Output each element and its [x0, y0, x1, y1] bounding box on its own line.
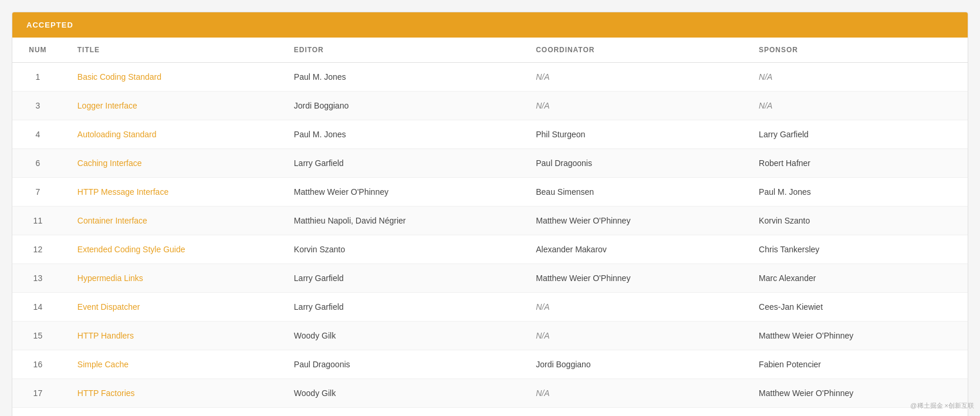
cell-editor: Larry Garfield [280, 293, 522, 322]
table-row: 13Hypermedia LinksLarry GarfieldMatthew … [12, 264, 968, 293]
cell-sponsor: Chris Tankersley [745, 235, 968, 264]
cell-sponsor: Korvin Szanto [745, 207, 968, 235]
table-header: NUM TITLE EDITOR COORDINATOR SPONSOR [12, 38, 968, 63]
title-link[interactable]: HTTP Message Interface [77, 187, 168, 197]
col-num: NUM [12, 38, 63, 63]
cell-coordinator: Paul Dragoonis [522, 149, 745, 178]
cell-coordinator: Matthew Weier O'Phinney [522, 207, 745, 235]
cell-coordinator: N/A [522, 322, 745, 350]
cell-sponsor: Robert Hafner [745, 149, 968, 178]
table-row: 1Basic Coding StandardPaul M. JonesN/AN/… [12, 63, 968, 92]
cell-num: 7 [12, 178, 63, 207]
title-link[interactable]: Simple Cache [77, 360, 129, 369]
cell-editor: Paul M. Jones [280, 120, 522, 149]
cell-sponsor: Matthew Weier O'Phinney [745, 322, 968, 350]
cell-title: HTTP Handlers [63, 322, 280, 350]
cell-coordinator: Phil Sturgeon [522, 120, 745, 149]
cell-coordinator: Alexander Makarov [522, 235, 745, 264]
table-row: 7HTTP Message InterfaceMatthew Weier O'P… [12, 178, 968, 207]
table-row: 16Simple CachePaul DragoonisJordi Boggia… [12, 350, 968, 379]
cell-title: Caching Interface [63, 149, 280, 178]
cell-sponsor: Cees-Jan Kiewiet [745, 293, 968, 322]
cell-title: Container Interface [63, 207, 280, 235]
cell-sponsor: N/A [745, 63, 968, 92]
cell-editor: Larry Garfield [280, 264, 522, 293]
cell-coordinator: N/A [522, 293, 745, 322]
cell-title: HTTP Factories [63, 379, 280, 408]
cell-num: 12 [12, 235, 63, 264]
table-row: 18HTTP ClientTobias NyholmN/ASara Golemo… [12, 408, 968, 417]
cell-num: 3 [12, 92, 63, 120]
table-row: 12Extended Coding Style GuideKorvin Szan… [12, 235, 968, 264]
cell-num: 15 [12, 322, 63, 350]
cell-title: HTTP Client [63, 408, 280, 417]
cell-sponsor: Paul M. Jones [745, 178, 968, 207]
cell-editor: Matthieu Napoli, David Négrier [280, 207, 522, 235]
cell-editor: Korvin Szanto [280, 235, 522, 264]
cell-num: 6 [12, 149, 63, 178]
title-link[interactable]: HTTP Handlers [77, 331, 134, 340]
accepted-table-container: ACCEPTED NUM TITLE EDITOR COORDINATOR SP… [12, 12, 968, 416]
cell-editor: Woody Gilk [280, 322, 522, 350]
table-row: 6Caching InterfaceLarry GarfieldPaul Dra… [12, 149, 968, 178]
cell-editor: Jordi Boggiano [280, 92, 522, 120]
col-coordinator: COORDINATOR [522, 38, 745, 63]
cell-num: 1 [12, 63, 63, 92]
title-link[interactable]: Caching Interface [77, 158, 142, 168]
table-row: 17HTTP FactoriesWoody GilkN/AMatthew Wei… [12, 379, 968, 408]
cell-title: Simple Cache [63, 350, 280, 379]
cell-num: 17 [12, 379, 63, 408]
title-link[interactable]: Hypermedia Links [77, 273, 143, 283]
title-link[interactable]: Extended Coding Style Guide [77, 245, 185, 254]
cell-coordinator: N/A [522, 408, 745, 417]
cell-num: 11 [12, 207, 63, 235]
cell-editor: Tobias Nyholm [280, 408, 522, 417]
table-row: 11Container InterfaceMatthieu Napoli, Da… [12, 207, 968, 235]
cell-editor: Woody Gilk [280, 379, 522, 408]
cell-coordinator: N/A [522, 63, 745, 92]
cell-title: Hypermedia Links [63, 264, 280, 293]
col-title: TITLE [63, 38, 280, 63]
table-row: 3Logger InterfaceJordi BoggianoN/AN/A [12, 92, 968, 120]
cell-sponsor: Marc Alexander [745, 264, 968, 293]
cell-title: Basic Coding Standard [63, 63, 280, 92]
table-body: 1Basic Coding StandardPaul M. JonesN/AN/… [12, 63, 968, 417]
cell-num: 18 [12, 408, 63, 417]
cell-coordinator: N/A [522, 92, 745, 120]
section-title: ACCEPTED [26, 21, 73, 29]
cell-num: 4 [12, 120, 63, 149]
cell-editor: Larry Garfield [280, 149, 522, 178]
cell-title: HTTP Message Interface [63, 178, 280, 207]
cell-coordinator: Beau Simensen [522, 178, 745, 207]
title-link[interactable]: Basic Coding Standard [77, 72, 161, 82]
table-row: 4Autoloading StandardPaul M. JonesPhil S… [12, 120, 968, 149]
cell-coordinator: N/A [522, 379, 745, 408]
cell-editor: Paul M. Jones [280, 63, 522, 92]
accepted-table: NUM TITLE EDITOR COORDINATOR SPONSOR 1Ba… [12, 38, 968, 416]
table-row: 14Event DispatcherLarry GarfieldN/ACees-… [12, 293, 968, 322]
watermark: @稀土掘金 ×创新互联 [910, 401, 974, 410]
cell-num: 13 [12, 264, 63, 293]
title-link[interactable]: Container Interface [77, 216, 147, 225]
table-row: 15HTTP HandlersWoody GilkN/AMatthew Weie… [12, 322, 968, 350]
cell-num: 16 [12, 350, 63, 379]
section-header: ACCEPTED [12, 12, 968, 38]
title-link[interactable]: Event Dispatcher [77, 302, 140, 312]
cell-editor: Paul Dragoonis [280, 350, 522, 379]
cell-num: 14 [12, 293, 63, 322]
cell-coordinator: Matthew Weier O'Phinney [522, 264, 745, 293]
title-link[interactable]: Logger Interface [77, 101, 137, 110]
cell-title: Extended Coding Style Guide [63, 235, 280, 264]
cell-title: Event Dispatcher [63, 293, 280, 322]
cell-editor: Matthew Weier O'Phinney [280, 178, 522, 207]
header-row: NUM TITLE EDITOR COORDINATOR SPONSOR [12, 38, 968, 63]
cell-title: Logger Interface [63, 92, 280, 120]
cell-sponsor: Fabien Potencier [745, 350, 968, 379]
title-link[interactable]: Autoloading Standard [77, 130, 157, 139]
col-editor: EDITOR [280, 38, 522, 63]
cell-coordinator: Jordi Boggiano [522, 350, 745, 379]
title-link[interactable]: HTTP Factories [77, 388, 135, 398]
col-sponsor: SPONSOR [745, 38, 968, 63]
cell-sponsor: Larry Garfield [745, 120, 968, 149]
cell-title: Autoloading Standard [63, 120, 280, 149]
